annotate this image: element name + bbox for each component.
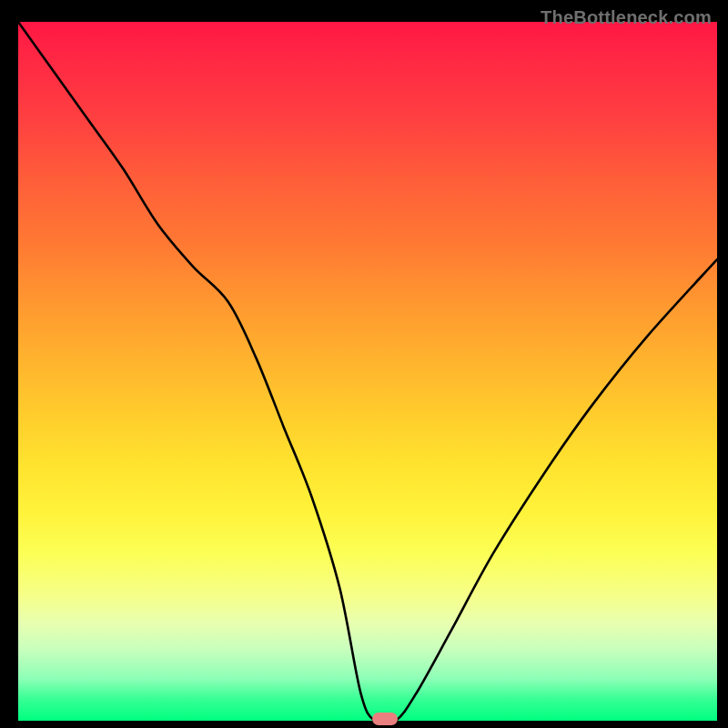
balance-marker [372,713,398,725]
bottleneck-curve [18,22,717,721]
chart-frame: TheBottleneck.com [7,7,721,721]
